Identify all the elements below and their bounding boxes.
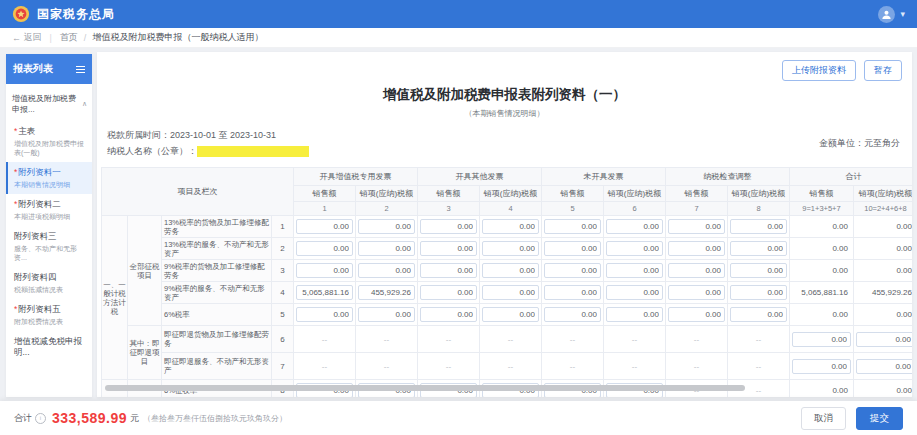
table-row: 其中：即征即退项目即征即退货物及加工修理修配劳务6---------------… xyxy=(102,326,913,353)
table-row: 13%税率的服务、不动产和无形资产20.000.00 xyxy=(102,238,913,260)
amount-input[interactable] xyxy=(358,285,415,300)
amount-cell: 0.00 xyxy=(854,304,913,326)
row-item-name: 9%税率的货物及加工修理修配劳务 xyxy=(162,260,272,282)
amount-input[interactable] xyxy=(730,263,787,278)
sidebar-item[interactable]: 增值税减免税申报明... xyxy=(6,331,92,363)
amount-input[interactable] xyxy=(606,241,663,256)
amount-cell xyxy=(480,304,542,326)
report-list-sidebar: 报表列表 增值税及附加税费申报... ∧ *主表增值税及附加税费申报表(一般)*… xyxy=(6,54,92,397)
column-subheader: 销售额 xyxy=(542,186,604,202)
amount-cell xyxy=(728,216,790,238)
app-title: 国家税务总局 xyxy=(37,6,115,23)
sidebar-item-title: *主表 xyxy=(14,126,88,137)
amount-cell xyxy=(480,282,542,304)
column-number: 5 xyxy=(542,202,604,216)
amount-input[interactable] xyxy=(296,241,353,256)
sidebar-header: 报表列表 xyxy=(6,54,92,84)
user-avatar[interactable] xyxy=(878,6,895,23)
amount-input[interactable] xyxy=(420,307,477,322)
breadcrumb-home[interactable]: 首页 xyxy=(60,31,78,44)
amount-cell xyxy=(666,304,728,326)
amount-cell xyxy=(418,304,480,326)
amount-input[interactable] xyxy=(482,263,539,278)
amount-cell: 0.00 xyxy=(790,304,854,326)
amount-input[interactable] xyxy=(856,332,912,347)
cancel-button[interactable]: 取消 xyxy=(801,407,846,430)
column-subheader: 销项(应纳)税额 xyxy=(480,186,542,202)
back-button[interactable]: ← 返回 xyxy=(12,31,42,44)
amount-input[interactable] xyxy=(606,263,663,278)
amount-input[interactable] xyxy=(420,219,477,234)
sidebar-item-title: 增值税减免税申报明... xyxy=(14,336,88,358)
amount-cell xyxy=(604,282,666,304)
amount-input[interactable] xyxy=(544,241,601,256)
amount-input[interactable] xyxy=(482,307,539,322)
table-row: 即征即退服务、不动产和无形资产7---------------- xyxy=(102,353,913,380)
form-panel: 上传附报资料 暂存 增值税及附加税费申报表附列资料（一） （本期销售情况明细） … xyxy=(97,52,912,397)
amount-cell xyxy=(854,326,913,353)
amount-input[interactable] xyxy=(730,285,787,300)
sidebar-item[interactable]: *附列资料五附加税费情况表 xyxy=(6,299,92,331)
taxation-emblem-logo xyxy=(12,5,30,23)
amount-input[interactable] xyxy=(296,263,353,278)
breadcrumb: ← 返回 | 首页 / 增值税及附加税费申报（一般纳税人适用） xyxy=(0,28,917,48)
amount-input[interactable] xyxy=(792,332,851,347)
amount-input[interactable] xyxy=(420,241,477,256)
list-menu-icon[interactable] xyxy=(76,66,85,73)
amount-input[interactable] xyxy=(606,219,663,234)
amount-input[interactable] xyxy=(358,241,415,256)
amount-input[interactable] xyxy=(606,285,663,300)
upload-attachment-button[interactable]: 上传附报资料 xyxy=(782,60,856,81)
amount-input[interactable] xyxy=(358,219,415,234)
amount-input[interactable] xyxy=(544,285,601,300)
sidebar-item[interactable]: *主表增值税及附加税费申报表(一般) xyxy=(6,121,92,162)
amount-cell: -- xyxy=(480,326,542,353)
sidebar-item[interactable]: 附列资料四税额抵减情况表 xyxy=(6,267,92,299)
amount-input[interactable] xyxy=(544,219,601,234)
amount-input[interactable] xyxy=(730,307,787,322)
user-menu-caret-icon[interactable]: ▾ xyxy=(900,9,905,19)
amount-input[interactable] xyxy=(482,241,539,256)
amount-cell: -- xyxy=(604,353,666,380)
amount-input[interactable] xyxy=(544,263,601,278)
amount-cell xyxy=(604,238,666,260)
amount-input[interactable] xyxy=(482,285,539,300)
amount-input[interactable] xyxy=(668,219,725,234)
submit-button[interactable]: 提交 xyxy=(856,407,903,430)
sidebar-item[interactable]: 附列资料三服务、不动产和无形资... xyxy=(6,226,92,267)
amount-input[interactable] xyxy=(482,219,539,234)
amount-cell xyxy=(418,238,480,260)
column-group-header: 未开具发票 xyxy=(542,168,666,186)
amount-input[interactable] xyxy=(668,241,725,256)
amount-input[interactable] xyxy=(668,307,725,322)
amount-input[interactable] xyxy=(296,307,353,322)
amount-input[interactable] xyxy=(856,359,912,374)
amount-input[interactable] xyxy=(420,285,477,300)
amount-input[interactable] xyxy=(296,219,353,234)
horizontal-scrollbar[interactable] xyxy=(105,385,745,391)
amount-input[interactable] xyxy=(730,241,787,256)
amount-input[interactable] xyxy=(358,263,415,278)
sidebar-item-subtitle: 附加税费情况表 xyxy=(14,317,88,326)
amount-input[interactable] xyxy=(606,307,663,322)
sidebar-item-subtitle: 本期销售情况明细 xyxy=(14,180,88,189)
amount-input[interactable] xyxy=(668,285,725,300)
amount-input[interactable] xyxy=(358,307,415,322)
sidebar-group-toggle[interactable]: 增值税及附加税费申报... ∧ xyxy=(6,84,92,121)
amount-input[interactable] xyxy=(730,219,787,234)
amount-cell xyxy=(728,238,790,260)
temp-save-button[interactable]: 暂存 xyxy=(864,60,902,81)
amount-input[interactable] xyxy=(420,263,477,278)
amount-cell xyxy=(542,260,604,282)
sidebar-item[interactable]: *附列资料二本期进项税额明细 xyxy=(6,194,92,226)
column-number: 8 xyxy=(728,202,790,216)
amount-input[interactable] xyxy=(792,359,851,374)
amount-cell: 0.00 xyxy=(790,238,854,260)
amount-input[interactable] xyxy=(668,263,725,278)
sidebar-item[interactable]: *附列资料一本期销售情况明细 xyxy=(6,162,92,194)
amount-cell: 455,929.26 xyxy=(854,282,913,304)
amount-cell xyxy=(480,216,542,238)
amount-input[interactable] xyxy=(296,285,353,300)
amount-input[interactable] xyxy=(544,307,601,322)
amount-cell xyxy=(790,326,854,353)
